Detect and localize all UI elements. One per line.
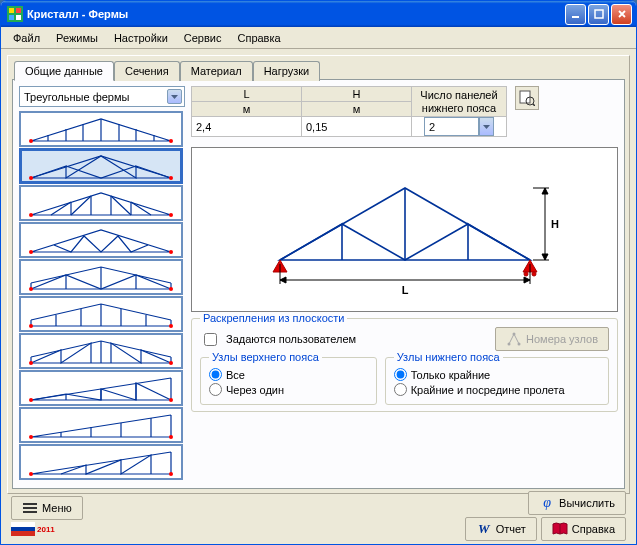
window-title: Кристалл - Фермы: [27, 8, 565, 20]
menu-modes[interactable]: Режимы: [50, 30, 104, 46]
svg-point-15: [29, 287, 33, 291]
cell-panels[interactable]: [412, 117, 507, 137]
truss-variant-9[interactable]: [19, 407, 183, 443]
help-button[interactable]: Справка: [541, 517, 626, 541]
svg-point-29: [524, 272, 528, 276]
nodes-icon: [506, 331, 522, 347]
col-panels-l2: нижнего пояса: [422, 102, 496, 114]
col-H-unit: м: [302, 102, 412, 117]
svg-point-9: [29, 176, 33, 180]
group-bottom-legend: Узлы нижнего пояса: [394, 351, 503, 363]
flag-icon: [11, 522, 35, 536]
col-L-header: L: [192, 87, 302, 102]
col-H-header: H: [302, 87, 412, 102]
group-bracing: Раскрепления из плоскости Задаются польз…: [191, 318, 618, 412]
year-label: 2011: [37, 525, 55, 534]
menu-settings[interactable]: Настройки: [108, 30, 174, 46]
truss-variant-4[interactable]: [19, 222, 183, 258]
chevron-down-icon[interactable]: [479, 117, 494, 136]
params-table: L H Число панелейнижнего пояса м м 2,4 0…: [191, 86, 507, 137]
bottom-opt-ends[interactable]: Только крайние: [394, 368, 600, 381]
menu-help[interactable]: Справка: [231, 30, 286, 46]
truss-variant-5[interactable]: [19, 259, 183, 295]
svg-rect-5: [572, 16, 579, 18]
truss-variant-list: [19, 111, 185, 480]
svg-point-17: [29, 324, 33, 328]
svg-point-26: [169, 472, 173, 476]
user-bracing-checkbox[interactable]: Задаются пользователем: [200, 330, 356, 349]
maximize-button[interactable]: [588, 4, 609, 25]
svg-point-16: [169, 287, 173, 291]
app-icon: [7, 6, 23, 22]
truss-type-combo[interactable]: Треугольные фермы: [19, 86, 185, 107]
calculate-button[interactable]: φ Вычислить: [528, 491, 626, 515]
group-bottom-chord: Узлы нижнего пояса Только крайние Крайни…: [385, 357, 609, 405]
svg-rect-36: [23, 511, 37, 513]
svg-point-19: [29, 361, 33, 365]
col-L-unit: м: [192, 102, 302, 117]
svg-point-7: [29, 139, 33, 143]
book-icon: [552, 521, 568, 537]
group-top-chord: Узлы верхнего пояса Все Через один: [200, 357, 377, 405]
menu-file[interactable]: Файл: [7, 30, 46, 46]
bottom-opt-mid[interactable]: Крайние и посредине пролета: [394, 383, 600, 396]
node-numbers-button: Номера узлов: [495, 327, 609, 351]
svg-point-8: [169, 139, 173, 143]
tab-material[interactable]: Материал: [180, 61, 253, 81]
tab-general[interactable]: Общие данные: [14, 61, 114, 81]
cell-H[interactable]: 0,15: [302, 117, 412, 137]
truss-variant-6[interactable]: [19, 296, 183, 332]
svg-point-18: [169, 324, 173, 328]
svg-point-20: [169, 361, 173, 365]
truss-preview: L H: [191, 147, 618, 312]
group-top-legend: Узлы верхнего пояса: [209, 351, 322, 363]
truss-variant-10[interactable]: [19, 444, 183, 480]
svg-rect-4: [16, 15, 21, 20]
bottom-toolbar: Меню 2011 φ Вычислить W Отчет: [7, 494, 630, 538]
menu-service[interactable]: Сервис: [178, 30, 228, 46]
svg-rect-6: [595, 10, 603, 18]
truss-variant-1[interactable]: [19, 111, 183, 147]
svg-point-30: [532, 272, 536, 276]
svg-rect-34: [23, 503, 37, 505]
preview-zoom-button[interactable]: [515, 86, 539, 110]
truss-variant-2[interactable]: [19, 148, 183, 184]
svg-point-22: [169, 398, 173, 402]
report-button[interactable]: W Отчет: [465, 517, 537, 541]
dim-L: L: [401, 284, 408, 296]
truss-variant-8[interactable]: [19, 370, 183, 406]
svg-point-11: [29, 213, 33, 217]
word-icon: W: [476, 521, 492, 537]
tab-loads[interactable]: Нагрузки: [253, 61, 321, 81]
titlebar[interactable]: Кристалл - Фермы: [1, 1, 636, 27]
svg-rect-3: [9, 15, 14, 20]
truss-variant-7[interactable]: [19, 333, 183, 369]
svg-rect-35: [23, 507, 37, 509]
dim-H: H: [551, 218, 559, 230]
tabpage-general: Треугольные фермы: [12, 79, 625, 489]
menu-button[interactable]: Меню: [11, 496, 83, 520]
tab-sections[interactable]: Сечения: [114, 61, 180, 81]
svg-rect-2: [16, 8, 21, 13]
top-opt-all[interactable]: Все: [209, 368, 368, 381]
svg-point-13: [29, 250, 33, 254]
cell-L[interactable]: 2,4: [192, 117, 302, 137]
phi-icon: φ: [539, 495, 555, 511]
svg-point-23: [29, 435, 33, 439]
top-opt-alternate[interactable]: Через один: [209, 383, 368, 396]
svg-point-32: [518, 343, 521, 346]
group-bracing-legend: Раскрепления из плоскости: [200, 312, 347, 324]
close-button[interactable]: [611, 4, 632, 25]
minimize-button[interactable]: [565, 4, 586, 25]
main-window: Кристалл - Фермы Файл Режимы Настройки С…: [0, 0, 637, 545]
svg-point-25: [29, 472, 33, 476]
svg-point-33: [513, 333, 516, 336]
menubar: Файл Режимы Настройки Сервис Справка: [1, 27, 636, 49]
svg-point-21: [29, 398, 33, 402]
truss-variant-3[interactable]: [19, 185, 183, 221]
truss-type-value: Треугольные фермы: [24, 91, 129, 103]
tabstrip: Общие данные Сечения Материал Нагрузки: [12, 60, 625, 80]
chevron-down-icon: [167, 89, 182, 104]
panels-input[interactable]: [424, 117, 479, 136]
svg-point-10: [169, 176, 173, 180]
